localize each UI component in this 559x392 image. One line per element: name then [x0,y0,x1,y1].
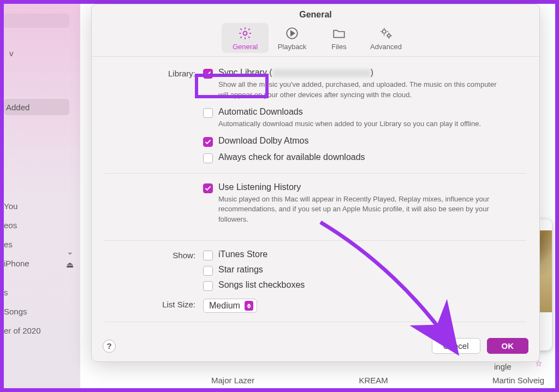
sidebar-item[interactable]: Songs [4,307,80,316]
section-label-library: Library: [105,68,203,78]
play-icon [285,26,299,40]
checkbox-box[interactable] [203,108,213,118]
svg-point-3 [388,34,390,37]
ok-button[interactable]: OK [487,338,529,354]
checkbox-itunes-store[interactable]: iTunes Store [203,250,526,260]
checkbox-sync-library[interactable]: Sync Library () [203,68,526,79]
checkbox-box[interactable] [203,266,213,276]
sidebar-pill-added[interactable]: Added [4,99,69,115]
tab-bar: General Playback Files Advanced [92,23,539,57]
checkbox-box[interactable] [203,137,213,147]
sidebar-item[interactable]: s [4,288,80,297]
tab-files[interactable]: Files [316,23,362,53]
sidebar-item[interactable]: iPhone ⌄ ⏏ [4,259,80,268]
svg-point-0 [243,32,247,35]
checkbox-listening-history[interactable]: Use Listening History [203,182,526,193]
sidebar-item[interactable]: eos [4,221,80,230]
tab-playback[interactable]: Playback [269,23,316,53]
checkbox-star-ratings[interactable]: Star ratings [203,265,526,276]
preferences-window: General General Playback Files Advanced [91,4,540,362]
desc-auto-downloads: Automatically download music when added … [218,119,502,129]
list-size-select[interactable]: Medium [203,299,257,313]
cancel-button[interactable]: Cancel [432,338,480,354]
checkbox-box[interactable] [203,69,213,79]
section-label-show: Show: [105,250,203,260]
checkbox-always-check[interactable]: Always check for available downloads [203,152,526,163]
folder-icon [332,26,346,40]
checkbox-auto-downloads[interactable]: Automatic Downloads [203,107,526,118]
eject-icon[interactable]: ⏏ [66,260,74,270]
checkbox-box[interactable] [203,183,213,193]
chevron-down-icon[interactable]: ⌄ [67,247,74,257]
checkbox-box[interactable] [203,251,213,260]
sidebar-item[interactable]: er of 2020 [4,326,80,335]
artist-row: Major Lazer KREAM Martin Solveig [211,376,544,385]
tab-general[interactable]: General [222,23,269,53]
sidebar-item[interactable]: You [4,201,80,211]
help-button[interactable]: ? [103,340,116,353]
checkbox-box[interactable] [203,153,213,163]
checkbox-songs-list[interactable]: Songs list checkboxes [203,280,526,291]
select-arrows-icon [245,301,253,311]
section-label-listsize: List Size: [105,299,203,309]
gears-icon [379,26,393,40]
desc-sync-library: Show all the music you've added, purchas… [218,80,502,100]
svg-point-2 [383,30,386,34]
window-title: General [92,4,539,23]
gear-icon [238,26,252,40]
desc-listening-history: Music played on this Mac will appear in … [218,194,502,225]
checkbox-box[interactable] [203,281,213,291]
tab-advanced[interactable]: Advanced [362,23,409,53]
background-sidebar: v Added You eos es iPhone ⌄ ⏏ s Songs er… [4,4,80,388]
checkbox-dolby[interactable]: Download Dolby Atmos [203,136,526,147]
